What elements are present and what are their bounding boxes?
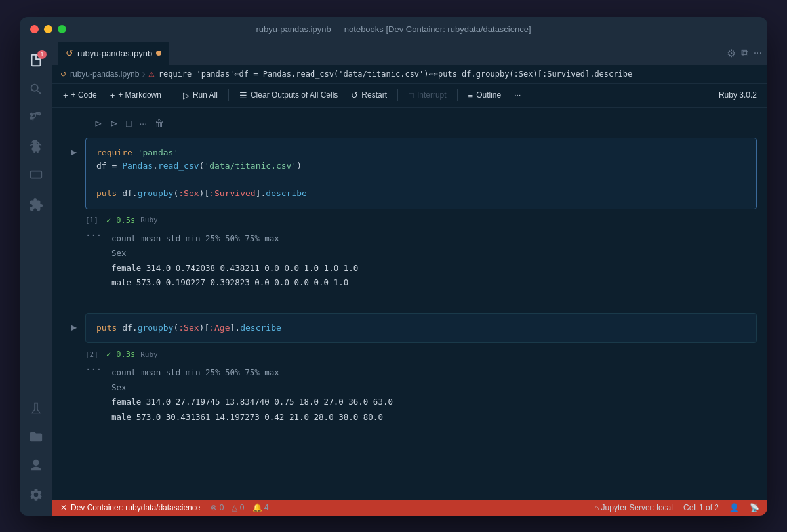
source-control-icon[interactable]: [23, 105, 49, 131]
errors-count[interactable]: ⊗ 0: [211, 503, 224, 512]
cell-delete-btn[interactable]: 🗑: [152, 117, 167, 130]
cell2-output-table: count mean std min 25% 50% 75% max Sex f…: [111, 363, 393, 427]
output-male-row: male 573.0 0.190227 0.392823 0.0 0.0 0.0…: [111, 276, 358, 291]
flask-icon[interactable]: [23, 395, 49, 421]
add-code-button[interactable]: + + Code: [58, 89, 102, 102]
container-badge[interactable]: ✕ Dev Container: rubydata/datascience: [60, 503, 200, 512]
vscode-window: rubyu-pandas.ipynb — notebooks [Dev Cont…: [20, 17, 767, 516]
output-female-row: female 314.0 0.742038 0.438211 0.0 0.0 1…: [111, 261, 358, 276]
notebook-area: ⊳ ⊳ □ ··· 🗑 ▶ require 'pandas' df = Pand: [52, 108, 767, 500]
cell-spacer: [52, 300, 767, 310]
tab-label: rubyu-pandas.ipynb: [77, 49, 152, 58]
toolbar-right: Ruby 3.0.2: [714, 89, 762, 102]
kernel-label: Ruby 3.0.2: [719, 91, 757, 100]
output2-header-row: count mean std min 25% 50% 75% max: [111, 365, 393, 380]
output-sex-header: Sex: [111, 246, 358, 261]
cell1-output-table: count mean std min 25% 50% 75% max Sex f…: [111, 229, 358, 293]
cell1-toolbar: ⊳ ⊳ □ ··· 🗑: [92, 114, 167, 133]
notification-count[interactable]: 🔔 4: [252, 503, 269, 512]
breadcrumb-warning-icon: ⚠: [148, 70, 155, 79]
cell2-lang: Ruby: [140, 350, 158, 359]
restart-button[interactable]: ↺ Restart: [346, 89, 392, 102]
cell1-time: 0.5s: [116, 216, 135, 225]
broadcast-icon[interactable]: 📡: [750, 503, 759, 512]
breadcrumb-item-2[interactable]: ⚠ require 'pandas'⇐df = Pandas.read_csv(…: [148, 70, 632, 79]
add-markdown-button[interactable]: + + Markdown: [105, 89, 167, 102]
cell1-run-button[interactable]: ▶: [67, 146, 80, 159]
run-debug-icon[interactable]: [23, 134, 49, 160]
remote-icon-status: ✕: [60, 503, 67, 512]
tab-actions: ⚙ ⧉ ···: [727, 47, 762, 60]
content-area: ↺ rubyu-pandas.ipynb ⚙ ⧉ ··· ↺ rubyu-pan…: [52, 42, 767, 516]
toolbar-separator-3: [397, 89, 398, 101]
cell2-code[interactable]: puts df.groupby(:Sex)[:Age].describe: [85, 313, 757, 344]
account-icon[interactable]: [23, 453, 49, 479]
tab-modified-dot: [156, 51, 161, 56]
minimize-button[interactable]: [44, 25, 52, 33]
tab-notebook-icon: ↺: [66, 48, 73, 58]
clear-outputs-button[interactable]: ☰ Clear Outputs of All Cells: [234, 89, 343, 102]
notification-badge: 1: [37, 50, 47, 59]
breadcrumb-code: require 'pandas'⇐df = Pandas.read_csv('d…: [159, 70, 632, 79]
outline-label: Outline: [476, 91, 501, 100]
cell2-gutter: ▶: [52, 313, 85, 432]
cell1-code[interactable]: require 'pandas' df = Pandas.read_csv('d…: [85, 138, 757, 209]
outline-icon: ≡: [468, 91, 474, 100]
close-button[interactable]: [30, 25, 39, 33]
cell-more-btn[interactable]: ···: [136, 117, 150, 130]
cell2-run-button[interactable]: ▶: [67, 321, 80, 334]
more-button[interactable]: ···: [509, 89, 526, 102]
cell-add-btn[interactable]: □: [123, 117, 134, 130]
svg-rect-0: [31, 171, 42, 178]
cell2-time: 0.3s: [116, 350, 135, 359]
output2-female-row: female 314.0 27.719745 13.834740 0.75 18…: [111, 395, 393, 410]
breadcrumb-bar: ↺ rubyu-pandas.ipynb › ⚠ require 'pandas…: [52, 66, 767, 84]
run-all-button[interactable]: ▷ Run All: [178, 89, 223, 102]
cell1-check-icon: ✓: [106, 216, 111, 225]
cell1-gutter: ▶: [52, 138, 85, 297]
warnings-count[interactable]: △ 0: [232, 503, 244, 512]
folder-icon[interactable]: [23, 424, 49, 450]
split-editor-icon[interactable]: ⧉: [741, 47, 748, 60]
maximize-button[interactable]: [58, 25, 66, 33]
search-icon[interactable]: [23, 76, 49, 102]
jupyter-server-label[interactable]: ⌂ Jupyter Server: local: [594, 503, 673, 512]
cell2-number: [2]: [85, 350, 106, 359]
cell-info-label: Cell 1 of 2: [683, 503, 719, 512]
add-markdown-label: + Markdown: [118, 91, 161, 100]
settings-icon[interactable]: [23, 481, 49, 508]
jupyter-icon: ⌂: [594, 503, 601, 512]
cell2-content: puts df.groupby(:Sex)[:Age].describe [2]…: [85, 313, 757, 432]
files-icon[interactable]: 1: [23, 47, 49, 73]
plus-icon: +: [63, 91, 68, 100]
more-icon: ···: [514, 91, 521, 100]
cell-run-below-btn[interactable]: ⊳: [108, 117, 121, 130]
remote-icon[interactable]: [23, 163, 49, 189]
feedback-icon[interactable]: 👤: [729, 503, 739, 512]
main-layout: 1: [20, 42, 767, 516]
toolbar-separator-2: [228, 89, 229, 101]
errors-label: 0: [220, 503, 224, 512]
notebook-tab[interactable]: ↺ rubyu-pandas.ipynb: [58, 42, 170, 66]
interrupt-button[interactable]: □ Interrupt: [403, 89, 452, 102]
notebook-toolbar: + + Code + + Markdown ▷ Run All ☰ Clear …: [52, 84, 767, 108]
settings-icon[interactable]: ⚙: [727, 47, 736, 60]
more-actions-icon[interactable]: ···: [754, 47, 762, 60]
toolbar-separator-4: [457, 89, 458, 101]
cell2-output: [2] ✓ 0.3s Ruby ··· co: [85, 344, 757, 431]
output-ellipsis-2[interactable]: ···: [85, 363, 111, 375]
breadcrumb-separator: ›: [142, 68, 145, 80]
toolbar-separator-1: [172, 89, 172, 101]
clear-outputs-label: Clear Outputs of All Cells: [251, 91, 338, 100]
breadcrumb-notebook-icon: ↺: [60, 70, 66, 79]
kernel-selector[interactable]: Ruby 3.0.2: [714, 89, 762, 102]
error-icon: ⊗: [211, 503, 217, 512]
output2-male-row: male 573.0 30.431361 14.197273 0.42 21.0…: [111, 410, 393, 425]
extensions-icon[interactable]: [23, 192, 49, 218]
output-ellipsis[interactable]: ···: [85, 229, 111, 241]
activity-bar: 1: [20, 42, 52, 516]
outline-button[interactable]: ≡ Outline: [463, 89, 507, 102]
cell-run-above-btn[interactable]: ⊳: [92, 117, 105, 130]
breadcrumb-item-1[interactable]: ↺ rubyu-pandas.ipynb: [60, 70, 139, 79]
cell1-lang: Ruby: [140, 216, 158, 224]
